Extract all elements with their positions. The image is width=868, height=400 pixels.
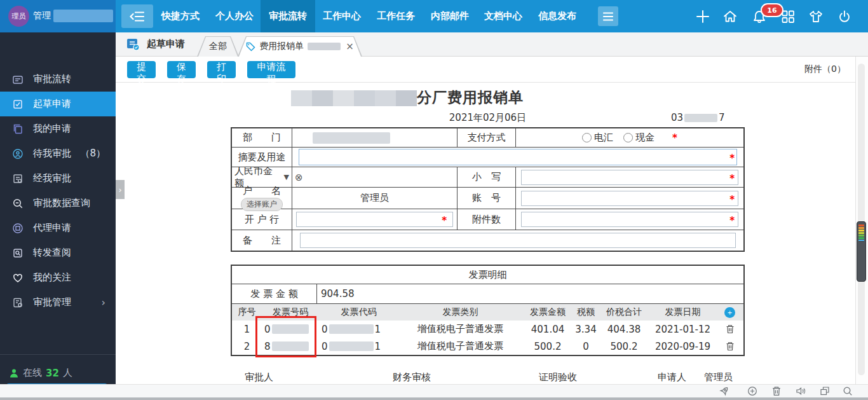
more-menu-button[interactable] [598, 6, 618, 26]
remark-input[interactable] [300, 233, 736, 248]
theme-shirt-icon[interactable] [808, 9, 824, 24]
account-name-value: 管理员 [360, 192, 389, 204]
save-button[interactable]: 保存 [167, 61, 196, 78]
approved-doc-icon [11, 173, 24, 184]
account-no-label-cell: 账 号 [458, 188, 516, 209]
scrollbar-track[interactable] [858, 64, 865, 375]
sidebar-item-label: 我的关注 [33, 272, 71, 284]
col-invoice-date: 发票日期 [649, 307, 716, 318]
cash-radio[interactable] [623, 133, 633, 142]
rocket-icon[interactable] [719, 386, 729, 396]
sidebar-item-my-follows[interactable]: 我的关注 [0, 265, 116, 290]
sidebar-item-draft-request[interactable]: 起草申请 [0, 92, 116, 116]
sidebar-item-my-requests[interactable]: 我的申请 [0, 116, 116, 141]
sidebar-item-forward-review[interactable]: 转发查阅 [0, 240, 116, 265]
nav-item-info-publish[interactable]: 信息发布 [538, 0, 576, 32]
dropdown-arrow-icon[interactable]: ▼ [284, 173, 289, 181]
approval-card-icon [11, 74, 24, 85]
restore-window-icon[interactable] [820, 386, 830, 396]
sidebar-item-approved-by-me[interactable]: 经我审批 [0, 166, 116, 191]
dept-label-cell: 部 门 [232, 128, 292, 148]
wire-transfer-label[interactable]: 电汇 [594, 132, 613, 144]
proof-acceptance-label: 证明验收 [539, 371, 577, 383]
online-status: 在线 32 人 [9, 367, 72, 379]
tab-all[interactable]: 全部 [197, 36, 239, 57]
summary-input[interactable] [299, 149, 737, 165]
power-icon[interactable] [837, 9, 852, 24]
request-flow-button[interactable]: 申请流程 [247, 61, 295, 78]
attach-count-input[interactable] [521, 212, 738, 227]
tab-close-icon[interactable]: × [346, 42, 354, 52]
highlight-red-box [255, 316, 316, 357]
sidebar-item-pending-my-approval[interactable]: 待我审批 （8） [0, 141, 116, 166]
nav-item-shortcuts[interactable]: 快捷方式 [161, 0, 200, 32]
speaker-icon[interactable] [796, 386, 806, 396]
top-navbar: 理员 管理 快捷方式 个人办公 审批流转 工作中心 工作任务 内部邮件 文档中心… [0, 0, 868, 32]
bottom-status-strip [0, 384, 868, 397]
sidebar: 审批流转 起草申请 我的申请 待我审批 （8） 经我审批 审批数据查询 代理申请 [0, 32, 116, 384]
lowercase-label-cell: 小 写 [458, 167, 516, 188]
add-invoice-row-button[interactable]: ＋ [724, 307, 735, 318]
pending-count: （8） [80, 148, 105, 160]
print-button[interactable]: 打印 [207, 61, 236, 78]
lowercase-amount-input[interactable] [521, 170, 738, 185]
notification-badge[interactable]: 16 [761, 3, 783, 17]
account-no-input[interactable] [521, 191, 738, 206]
heart-icon [11, 272, 24, 284]
nav-item-document-center[interactable]: 文档中心 [484, 0, 522, 32]
avatar[interactable]: 理员 [8, 6, 29, 27]
add-icon[interactable] [695, 9, 710, 24]
invoice-amount-value: 904.58 [317, 284, 743, 303]
sidebar-item-label: 待我审批 [33, 148, 71, 160]
attach-count-label: 附件数 [472, 214, 501, 226]
zoom-search-icon[interactable] [843, 386, 853, 396]
window-bottom-edge [0, 397, 868, 400]
circle-cross-icon: ⊗ [295, 172, 303, 183]
bank-input[interactable] [296, 212, 453, 227]
forward-review-icon [11, 247, 24, 259]
remark-value-cell [292, 230, 743, 251]
attach-count-value-cell: * [516, 209, 743, 230]
delete-row-icon[interactable] [716, 324, 743, 334]
summary-label-cell: 摘要及用途 [232, 148, 292, 167]
tag-icon [246, 42, 255, 52]
finance-review-label: 财务审核 [393, 371, 431, 383]
username: 管理 [33, 10, 51, 22]
account-no-value-cell: * [516, 188, 743, 209]
sidebar-collapse-handle[interactable]: › [116, 180, 125, 199]
collapse-arrow-icon: › [118, 185, 121, 195]
sidebar-item-approval-management[interactable]: 审批管理 › [0, 290, 116, 315]
nav-item-approval-flow[interactable]: 审批流转 [261, 0, 315, 32]
nav-item-work-tasks[interactable]: 工作任务 [377, 0, 415, 32]
attachment-link[interactable]: 附件（0） [804, 64, 846, 75]
collapse-menu-button[interactable] [121, 4, 153, 28]
sidebar-item-approval-data-query[interactable]: 审批数据查询 [0, 191, 116, 216]
invoice-code-suffix: 1 [375, 324, 381, 335]
trash-icon[interactable] [771, 386, 782, 396]
nav-item-personal-office[interactable]: 个人办公 [215, 0, 254, 32]
scrollbar-thumb[interactable] [857, 221, 866, 282]
pending-user-icon [11, 148, 24, 160]
avatar-text: 理员 [12, 11, 26, 21]
submit-button[interactable]: 提交 [127, 61, 156, 78]
sidebar-item-label: 审批流转 [33, 73, 71, 85]
delete-row-icon[interactable] [716, 341, 743, 351]
sidebar-item-label: 经我审批 [33, 172, 71, 184]
home-icon[interactable] [722, 9, 738, 24]
wire-transfer-radio[interactable] [582, 133, 592, 142]
bank-label-cell: 开 户 行 [232, 209, 292, 230]
online-unit: 人 [63, 367, 72, 379]
dept-value-redacted [313, 132, 390, 144]
bank-label: 开 户 行 [245, 214, 280, 226]
sidebar-item-label: 审批数据查询 [33, 197, 90, 209]
sidebar-item-proxy-request[interactable]: 代理申请 [0, 216, 116, 240]
nav-item-work-center[interactable]: 工作中心 [323, 0, 361, 32]
feedback-plus-icon[interactable] [747, 386, 757, 396]
cash-label[interactable]: 现金 [635, 132, 654, 144]
nav-item-internal-mail[interactable]: 内部邮件 [431, 0, 469, 32]
required-mark: * [729, 193, 735, 205]
sidebar-item-approval-flow[interactable]: 审批流转 [0, 67, 116, 92]
rmb-amount-value-cell: ⊗ [292, 167, 458, 188]
draft-edit-icon [11, 99, 24, 110]
tab-expense-form[interactable]: 费用报销单 × [238, 36, 362, 57]
